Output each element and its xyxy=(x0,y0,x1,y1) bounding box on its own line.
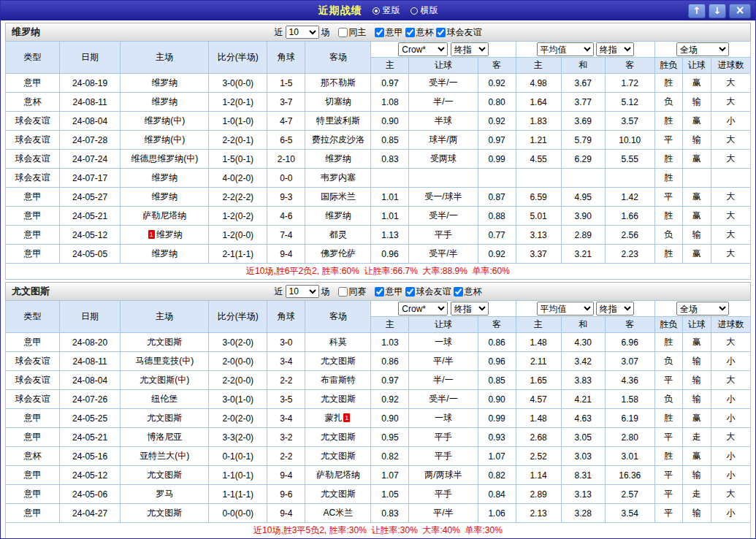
score-cell: 1-1(1-1) xyxy=(209,485,267,504)
match-row: 意甲24-05-05维罗纳2-1(1-1)9-4佛罗伦萨0.96受平/半0.92… xyxy=(6,245,751,264)
match-date-cell: 24-07-17 xyxy=(60,169,121,188)
home-odds-cell: 0.83 xyxy=(371,150,409,169)
league-type-cell: 意甲 xyxy=(6,409,60,428)
handicap-cell: 受平/半 xyxy=(409,245,478,264)
match-row: 意甲24-05-25尤文图斯2-0(2-0)3-4蒙扎10.90一球0.991.… xyxy=(6,409,751,428)
bookmaker-select[interactable]: Crow* xyxy=(398,302,448,316)
home-odds-cell: 1.07 xyxy=(371,466,409,485)
summary-stats: 近10场,胜3平5负2, 胜率:30% 让胜率:30% 大率:40% 单率:30… xyxy=(6,523,751,539)
away-odds-cell: 0.87 xyxy=(478,188,516,207)
outcome-cell: 负 xyxy=(654,226,682,245)
scroll-up-button[interactable]: ↑ xyxy=(688,4,706,18)
titlebar-buttons: ↑ ↓ × xyxy=(688,4,751,18)
avg-away-odds-cell: 2.56 xyxy=(605,226,654,245)
same-home-checkbox[interactable] xyxy=(338,28,348,37)
score-cell: 1-2(0-0) xyxy=(209,226,267,245)
home-team-cell: 维罗纳 xyxy=(121,245,209,264)
filter-serie-a[interactable]: 意甲 xyxy=(375,286,403,298)
scope-select[interactable]: 全场 xyxy=(676,42,729,56)
serie-a-checkbox[interactable] xyxy=(375,287,384,297)
goals-result-cell: 大 xyxy=(711,428,750,447)
average-select[interactable]: 平均值 xyxy=(537,302,594,316)
team-name: 尤文图斯 xyxy=(12,285,50,298)
outcome-cell: 胜 xyxy=(654,150,682,169)
average-select[interactable]: 平均值 xyxy=(537,42,594,56)
away-odds-cell: 0.99 xyxy=(478,409,516,428)
home-team-cell: 维德思维罗纳(中) xyxy=(121,150,209,169)
friendly-checkbox[interactable] xyxy=(436,28,446,37)
corner-cell: 2-2 xyxy=(267,447,305,466)
odds-stage-select[interactable]: 终指 xyxy=(451,302,489,316)
away-team-cell: 尤文图斯 xyxy=(305,428,371,447)
filter-same-competition[interactable]: 同赛 xyxy=(338,286,367,298)
home-odds-cell: 0.90 xyxy=(371,112,409,131)
same-competition-checkbox[interactable] xyxy=(338,287,348,297)
handicap-result-cell: 赢 xyxy=(682,447,711,466)
avg-stage-select[interactable]: 终指 xyxy=(596,42,634,56)
league-type-cell: 球会友谊 xyxy=(6,169,60,188)
away-odds-cell: 0.84 xyxy=(478,485,516,504)
match-row: 球会友谊24-07-26纽伦堡3-0(1-0)3-5尤文图斯0.92受半/一0.… xyxy=(6,390,751,409)
date-column-header: 日期 xyxy=(60,301,121,333)
score-cell: 1-5(0-1) xyxy=(209,150,267,169)
match-date-cell: 24-08-20 xyxy=(60,333,121,352)
goals-result-cell: 小 xyxy=(711,466,750,485)
odds-stage-select[interactable]: 终指 xyxy=(451,42,489,56)
match-row: 意杯24-05-16亚特兰大(中)0-1(0-1)2-2尤文图斯0.82平手1.… xyxy=(6,447,751,466)
filter-serie-a[interactable]: 意甲 xyxy=(375,26,403,39)
view-option-horizontal[interactable]: 横版 xyxy=(411,4,438,17)
league-type-cell: 意甲 xyxy=(6,245,60,264)
handicap-result-cell: 输 xyxy=(682,466,711,485)
type-column-header: 类型 xyxy=(6,301,60,333)
bookmaker-select[interactable]: Crow* xyxy=(398,42,448,56)
coppa-checkbox[interactable] xyxy=(405,28,415,37)
avg-away-odds-cell: 3.54 xyxy=(605,504,654,523)
match-row: 球会友谊24-07-17维罗纳4-0(2-0)0-0韦罗内塞胜 xyxy=(6,169,751,188)
outcome-cell: 胜 xyxy=(654,333,682,352)
match-count-select[interactable]: 10 xyxy=(286,26,319,39)
score-cell: 2-0(0-0) xyxy=(209,352,267,371)
home-team-cell: 维罗纳 xyxy=(121,169,209,188)
scroll-down-button[interactable]: ↓ xyxy=(709,4,726,18)
match-date-cell: 24-05-21 xyxy=(60,428,121,447)
view-option-vertical[interactable]: 竖版 xyxy=(373,4,400,17)
handicap-header: 让球 xyxy=(409,317,478,333)
league-type-cell: 球会友谊 xyxy=(6,131,60,150)
away-odds-cell: 0.86 xyxy=(478,333,516,352)
league-type-cell: 意甲 xyxy=(6,226,60,245)
away-column-header: 客场 xyxy=(305,301,371,333)
filter-coppa[interactable]: 意杯 xyxy=(454,286,482,298)
avg-draw-odds-cell: 3.42 xyxy=(561,352,605,371)
avg-draw-odds-cell: 4.21 xyxy=(561,390,605,409)
goals-result-cell: 大 xyxy=(711,485,750,504)
away-team-cell: 萨勒尼塔纳 xyxy=(305,466,371,485)
handicap-cell: 半球 xyxy=(409,112,478,131)
handicap-result-cell: 输 xyxy=(682,390,711,409)
scope-select[interactable]: 全场 xyxy=(676,302,729,316)
avg-stage-select[interactable]: 终指 xyxy=(596,302,634,316)
close-button[interactable]: × xyxy=(729,4,751,18)
filter-coppa[interactable]: 意杯 xyxy=(405,26,434,39)
away-odds-cell: 0.92 xyxy=(478,245,516,264)
coppa-checkbox[interactable] xyxy=(454,287,463,297)
avg-away-odds-cell: 10.10 xyxy=(605,131,654,150)
home-team-cell: 维罗纳(中) xyxy=(121,131,209,150)
match-date-cell: 24-07-28 xyxy=(60,131,121,150)
handicap-result-header: 让球 xyxy=(682,317,711,333)
filter-friendly[interactable]: 球会友谊 xyxy=(436,26,482,39)
type-column-header: 类型 xyxy=(6,42,60,74)
match-count-select[interactable]: 10 xyxy=(286,285,319,298)
corner-cell: 3-4 xyxy=(267,409,305,428)
filter-same-home[interactable]: 同主 xyxy=(338,26,367,39)
odds-away-header: 客 xyxy=(478,317,516,333)
handicap-cell: 受半/一 xyxy=(409,207,478,226)
corner-cell: 1-5 xyxy=(267,74,305,93)
recent-results-window: 近期战绩 竖版 横版 ↑ ↓ × 维罗纳 近 10 场 xyxy=(0,0,756,539)
handicap-cell: 受两球 xyxy=(409,150,478,169)
friendly-checkbox[interactable] xyxy=(405,287,415,297)
avg-away-odds-cell: 2.57 xyxy=(605,485,654,504)
serie-a-checkbox[interactable] xyxy=(375,28,384,37)
filter-friendly[interactable]: 球会友谊 xyxy=(405,286,451,298)
corner-cell: 9-4 xyxy=(267,466,305,485)
handicap-cell: 平/半 xyxy=(409,504,478,523)
